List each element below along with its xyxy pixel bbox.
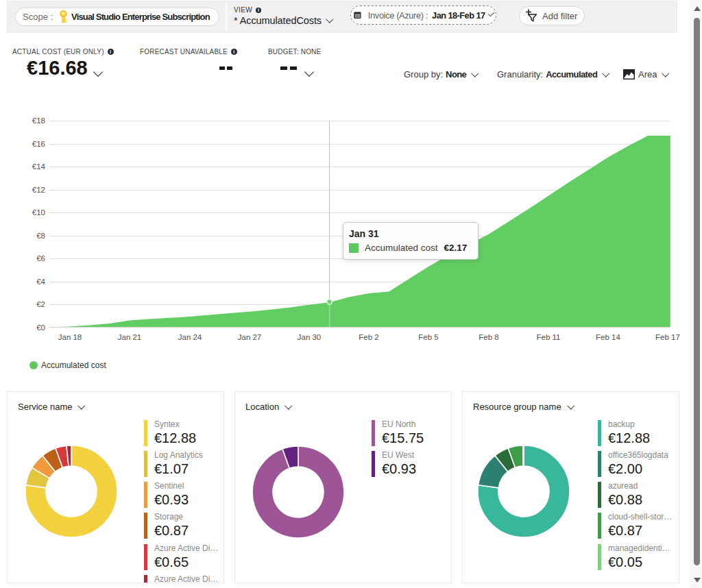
svg-text:Feb 5: Feb 5 <box>418 333 438 341</box>
svg-text:€0: €0 <box>36 323 45 332</box>
svg-text:€12: €12 <box>32 186 45 194</box>
svg-text:Jan 21: Jan 21 <box>118 333 142 341</box>
svg-text:Feb 14: Feb 14 <box>596 333 620 341</box>
svg-text:€8: €8 <box>36 232 45 240</box>
svg-text:Feb 17: Feb 17 <box>655 333 680 341</box>
svg-text:€16: €16 <box>32 140 45 148</box>
svg-text:Jan 27: Jan 27 <box>238 333 262 341</box>
svg-text:€4: €4 <box>36 278 45 286</box>
svg-text:Jan 24: Jan 24 <box>178 333 202 341</box>
svg-text:€14: €14 <box>32 162 46 171</box>
svg-text:Feb 8: Feb 8 <box>479 333 498 341</box>
svg-text:€18: €18 <box>32 117 45 125</box>
svg-text:Jan 18: Jan 18 <box>58 333 82 341</box>
svg-text:Feb 11: Feb 11 <box>537 333 561 341</box>
svg-text:€2: €2 <box>36 300 45 308</box>
svg-text:€6: €6 <box>36 254 45 262</box>
svg-text:€10: €10 <box>32 208 45 217</box>
svg-text:Jan 30: Jan 30 <box>298 333 322 341</box>
svg-text:Feb 2: Feb 2 <box>359 333 378 341</box>
